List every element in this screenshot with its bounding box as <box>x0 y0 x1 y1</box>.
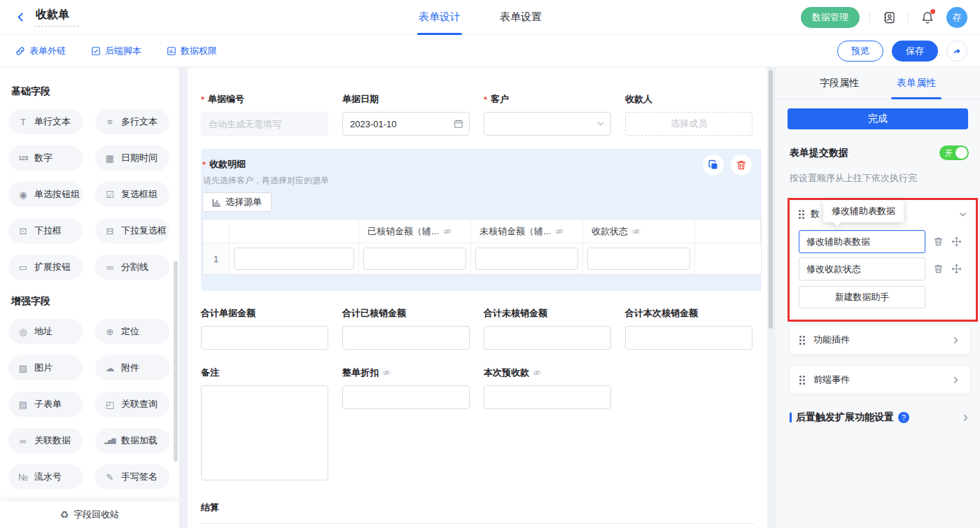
select-member-button[interactable]: 选择成员 <box>625 112 752 136</box>
cell-input[interactable] <box>475 248 578 270</box>
submit-data-toggle[interactable]: 开 <box>939 145 969 160</box>
field-item-signature[interactable]: ✎手写签名 <box>95 464 169 490</box>
data-assistant-header[interactable]: 数 修改辅助表数据 <box>790 202 976 226</box>
canvas-scrollbar[interactable] <box>769 70 773 329</box>
card-label: 功能插件 <box>813 334 850 346</box>
remark-textarea[interactable] <box>201 385 328 480</box>
contacts-icon[interactable] <box>880 8 898 27</box>
field-item-radio-group[interactable]: ◉单选按钮组 <box>8 182 83 207</box>
field-item-subform[interactable]: ▤子表单 <box>8 392 83 417</box>
field-label: 合计未核销金额 <box>484 307 547 320</box>
external-link-action[interactable]: 表单外链 <box>15 45 66 57</box>
field-item-multi-text[interactable]: ≡多行文本 <box>95 109 169 134</box>
avatar[interactable]: 存 <box>946 7 967 28</box>
post-trigger-label: 后置触发扩展功能设置 <box>796 411 894 424</box>
card-function-plugin[interactable]: 功能插件 <box>790 326 970 354</box>
app-header: 收款单 表单设计 表单设置 数据管理 存 <box>0 0 980 35</box>
form-design-canvas[interactable]: *单据编号 单据日期 *客户 收款人 选择成员 <box>188 67 767 528</box>
share-button[interactable] <box>946 41 967 62</box>
field-total-amount[interactable]: 合计单据金额 <box>201 307 328 350</box>
move-assistant-icon[interactable] <box>951 264 962 274</box>
field-item-image[interactable]: ▧图片 <box>8 355 83 380</box>
field-item-data-load[interactable]: ▂▅▇数据加载 <box>95 428 169 453</box>
field-payee[interactable]: 收款人 选择成员 <box>625 93 752 136</box>
doc-no-input[interactable] <box>201 112 328 136</box>
subform-payment-detail[interactable]: *收款明细 请先选择客户，再选择对应的源单 选择源单 已核销金额（辅... 未核… <box>201 149 762 291</box>
field-item-single-text[interactable]: T单行文本 <box>8 109 83 134</box>
copy-field-button[interactable] <box>703 155 724 176</box>
new-data-assistant-button[interactable]: 新建数据助手 <box>799 286 925 308</box>
field-item-checkbox-group[interactable]: ☑复选框组 <box>95 182 169 207</box>
field-label: 单据日期 <box>342 93 379 106</box>
card-frontend-event[interactable]: 前端事件 <box>790 366 970 394</box>
field-item-location[interactable]: ⊕定位 <box>95 319 169 344</box>
back-icon[interactable] <box>15 12 26 22</box>
tab-field-properties[interactable]: 字段属性 <box>820 67 859 99</box>
field-total-unverified[interactable]: 合计未核销金额 <box>484 307 611 350</box>
field-label: 备注 <box>201 366 219 379</box>
data-assistant-label: 数 <box>811 208 820 220</box>
field-recycle-bin[interactable]: ♻ 字段回收站 <box>0 501 179 528</box>
notification-bell-icon[interactable] <box>918 8 937 27</box>
chevron-down-icon[interactable] <box>958 210 967 219</box>
field-prepay[interactable]: 本次预收款 <box>484 366 611 483</box>
total-unverified-input[interactable] <box>484 326 611 350</box>
drag-handle-icon[interactable] <box>799 336 805 345</box>
tab-form-design[interactable]: 表单设计 <box>419 0 461 35</box>
field-item-serial-number[interactable]: №流水号 <box>8 464 83 490</box>
done-button[interactable]: 完成 <box>788 108 968 129</box>
tab-form-settings[interactable]: 表单设置 <box>500 0 542 35</box>
field-item-divider[interactable]: ═分割线 <box>95 255 169 280</box>
field-item-datetime[interactable]: ▦日期时间 <box>95 145 169 171</box>
total-verified-input[interactable] <box>342 326 470 350</box>
doc-date-input[interactable] <box>342 112 470 136</box>
assistant-item-input[interactable] <box>799 257 925 280</box>
drag-handle-icon[interactable] <box>799 376 805 385</box>
data-permission-action[interactable]: 数据权限 <box>167 45 217 57</box>
sidebar-scrollbar[interactable] <box>174 261 178 462</box>
field-remark[interactable]: 备注 <box>201 366 328 483</box>
preview-button[interactable]: 预览 <box>837 41 883 62</box>
total-amount-input[interactable] <box>201 326 328 350</box>
calendar-icon[interactable] <box>454 119 463 129</box>
field-item-linked-data[interactable]: ∞关联数据 <box>8 428 83 453</box>
field-item-label: 定位 <box>121 325 139 338</box>
prepay-input[interactable] <box>484 385 611 409</box>
total-current-input[interactable] <box>625 326 752 350</box>
field-item-extend-button[interactable]: ▭扩展按钮 <box>8 255 83 280</box>
field-customer[interactable]: *客户 <box>484 93 611 136</box>
field-item-select[interactable]: ⊡下拉框 <box>8 218 83 243</box>
data-manage-button[interactable]: 数据管理 <box>801 7 860 28</box>
customer-select[interactable] <box>484 112 611 136</box>
chevron-right-icon <box>961 413 970 422</box>
post-trigger-settings[interactable]: 后置触发扩展功能设置 ? <box>790 411 970 424</box>
field-item-attachment[interactable]: ☁附件 <box>95 355 169 380</box>
assistant-item-input[interactable] <box>799 230 925 253</box>
field-item-number[interactable]: 123数字 <box>8 145 83 171</box>
cell-input[interactable] <box>363 248 466 270</box>
drag-handle-icon[interactable] <box>799 210 804 219</box>
help-icon[interactable]: ? <box>898 412 909 423</box>
tab-form-properties[interactable]: 表单属性 <box>897 67 936 99</box>
delete-assistant-icon[interactable] <box>933 236 944 247</box>
save-button[interactable]: 保存 <box>892 41 938 62</box>
select-source-button[interactable]: 选择源单 <box>202 192 272 212</box>
field-item-multi-select[interactable]: ⊟下拉复选框 <box>95 218 169 243</box>
discount-input[interactable] <box>342 385 470 409</box>
field-doc-date[interactable]: 单据日期 <box>342 93 470 136</box>
delete-field-button[interactable] <box>731 155 752 176</box>
cell-input[interactable] <box>587 248 690 270</box>
cell-input[interactable] <box>234 248 354 270</box>
field-item-address[interactable]: ◎地址 <box>8 319 83 344</box>
field-item-linked-query[interactable]: ◰关联查询 <box>95 392 169 417</box>
eye-off-icon <box>382 369 391 377</box>
field-discount[interactable]: 整单折扣 <box>342 366 470 483</box>
field-total-current[interactable]: 合计本次核销金额 <box>625 307 752 350</box>
delete-assistant-icon[interactable] <box>933 264 944 274</box>
move-assistant-icon[interactable] <box>951 236 962 247</box>
backend-script-action[interactable]: 后端脚本 <box>91 45 141 57</box>
field-item-label: 地址 <box>34 325 52 338</box>
field-doc-no[interactable]: *单据编号 <box>201 93 328 136</box>
page-title[interactable]: 收款单 <box>34 8 79 27</box>
field-total-verified[interactable]: 合计已核销金额 <box>342 307 470 350</box>
